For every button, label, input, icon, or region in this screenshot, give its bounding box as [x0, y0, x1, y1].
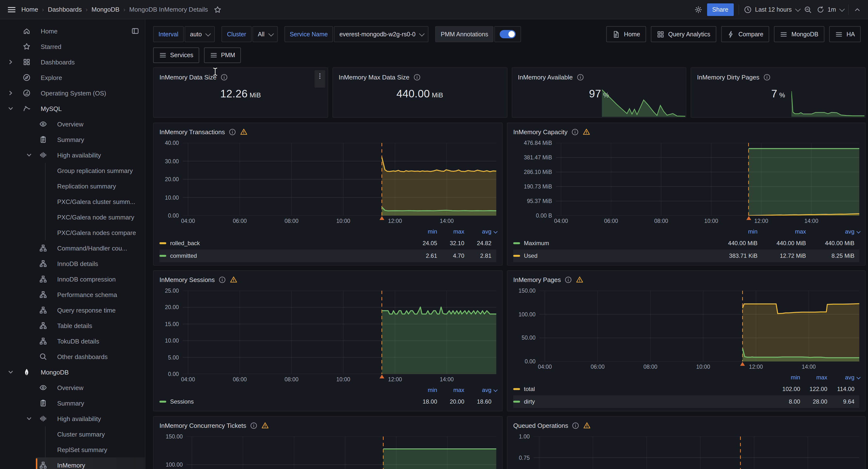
legend-series-toggle[interactable]: Sessions	[159, 398, 410, 405]
chevron-down-icon[interactable]	[5, 105, 17, 112]
sidebar-item-summary[interactable]: Summary	[0, 395, 145, 411]
panel-menu-kebab-icon[interactable]	[314, 70, 325, 88]
sidebar-item-innodb-details[interactable]: InnoDB details	[0, 256, 145, 271]
chart-plot-area[interactable]	[183, 291, 496, 374]
sidebar-item-mongodb[interactable]: MongoDB	[0, 364, 145, 380]
favorite-star-icon[interactable]	[214, 6, 221, 13]
sidebar-item-table-details[interactable]: Table details	[0, 318, 145, 333]
legend-series-toggle[interactable]: Maximum	[513, 240, 709, 247]
sidebar-item-group-replication-summary[interactable]: Group replication summary	[0, 163, 145, 178]
share-button[interactable]: Share	[707, 3, 734, 16]
warning-icon[interactable]	[583, 421, 591, 429]
cluster-select[interactable]: All	[252, 26, 278, 42]
info-icon[interactable]	[571, 128, 579, 135]
interval-select[interactable]: auto	[185, 26, 215, 42]
panel-title[interactable]: InMemory Concurrency Tickets	[159, 422, 246, 429]
link-button-services[interactable]: Services	[153, 48, 199, 63]
info-icon[interactable]	[220, 73, 228, 81]
panel-title[interactable]: Queued Operations	[513, 422, 568, 429]
chart-plot-area[interactable]	[556, 143, 859, 216]
chart-plot-area[interactable]	[183, 143, 496, 216]
legend-sort-max[interactable]: max	[437, 228, 464, 235]
legend-series-toggle[interactable]: total	[513, 386, 773, 393]
panel-title[interactable]: InMemory Available	[518, 73, 572, 81]
info-icon[interactable]	[219, 276, 226, 283]
chart-plot-area[interactable]	[534, 437, 859, 469]
sidebar-item-command-handler-cou[interactable]: Command/Handler cou...	[0, 240, 145, 256]
chevron-down-icon[interactable]	[23, 416, 35, 421]
legend-sort-min[interactable]: min	[773, 374, 800, 381]
sidebar-item-high-availability[interactable]: High availability	[0, 411, 145, 426]
chevron-down-icon[interactable]	[5, 369, 17, 375]
sidebar-item-replication-summary[interactable]: Replication summary	[0, 178, 145, 194]
sidebar-item-performance-schema[interactable]: Performance schema	[0, 287, 145, 302]
legend-sort-max[interactable]: max	[800, 374, 827, 381]
legend-series-toggle[interactable]: rolled_back	[159, 240, 410, 247]
chart-plot-area[interactable]	[539, 291, 859, 362]
pmm-annotations-toggle[interactable]	[495, 26, 521, 42]
sidebar-item-summary[interactable]: Summary	[0, 132, 145, 147]
nav-button-mongodb[interactable]: MongoDB	[774, 26, 824, 42]
info-icon[interactable]	[572, 422, 579, 429]
warning-icon[interactable]	[576, 276, 584, 283]
sidebar-item-tokudb-details[interactable]: TokuDB details	[0, 333, 145, 349]
chevron-right-icon[interactable]	[5, 90, 17, 96]
sidebar-item-innodb-compression[interactable]: InnoDB compression	[0, 271, 145, 287]
sidebar-item-pxc-galera-nodes-compare[interactable]: PXC/Galera nodes compare	[0, 225, 145, 240]
chart-plot-area[interactable]	[187, 437, 496, 469]
link-button-pmm[interactable]: PMM	[204, 48, 241, 63]
legend-series-toggle[interactable]: committed	[159, 252, 410, 259]
sidebar-item-high-availability[interactable]: High availability	[0, 147, 145, 163]
sidebar-item-replset-summary[interactable]: ReplSet summary	[0, 442, 145, 457]
info-icon[interactable]	[413, 73, 421, 81]
nav-button-query-analytics[interactable]: Query Analytics	[651, 26, 716, 42]
panel-title[interactable]: InMemory Transactions	[159, 128, 225, 135]
service-name-select[interactable]: everest-mongodb-w2g-rs0-0	[334, 26, 429, 42]
menu-toggle-icon[interactable]	[7, 5, 17, 14]
legend-sort-min[interactable]: min	[709, 228, 757, 235]
info-icon[interactable]	[565, 276, 572, 283]
sidebar-item-cluster-summary[interactable]: Cluster summary	[0, 426, 145, 442]
collapse-caret-up-icon[interactable]	[854, 6, 861, 13]
time-range-picker[interactable]: Last 12 hours	[744, 6, 799, 13]
warning-icon[interactable]	[261, 421, 269, 429]
info-icon[interactable]	[229, 128, 236, 135]
sidebar-item-mysql[interactable]: MySQL	[0, 101, 145, 116]
sidebar-item-operating-system-os[interactable]: Operating System (OS)	[0, 85, 145, 101]
panel-title[interactable]: InMemory Pages	[513, 276, 561, 283]
info-icon[interactable]	[763, 73, 771, 81]
breadcrumb-item[interactable]: Dashboards	[48, 6, 82, 13]
chevron-down-icon[interactable]	[23, 152, 35, 158]
panel-title[interactable]: InMemory Capacity	[513, 128, 567, 135]
legend-sort-avg[interactable]: avg	[464, 387, 491, 394]
legend-sort-avg[interactable]: avg	[806, 228, 855, 235]
zoom-out-icon[interactable]	[804, 6, 811, 13]
legend-sort-avg[interactable]: avg	[464, 228, 491, 235]
breadcrumb-item[interactable]: Home	[21, 6, 38, 13]
panel-title[interactable]: InMemory Dirty Pages	[697, 73, 760, 81]
legend-series-toggle[interactable]: Used	[513, 252, 709, 259]
legend-sort-min[interactable]: min	[410, 228, 437, 235]
sidebar-item-home[interactable]: Home	[0, 23, 145, 39]
sidebar-item-overview[interactable]: Overview	[0, 116, 145, 132]
breadcrumb-item[interactable]: MongoDB	[92, 6, 120, 13]
panel-title[interactable]: InMemory Max Data Size	[339, 73, 409, 81]
nav-button-ha[interactable]: HA	[829, 26, 861, 42]
sidebar-item-starred[interactable]: Starred	[0, 39, 145, 54]
refresh-icon[interactable]	[816, 6, 824, 13]
legend-series-toggle[interactable]: dirty	[513, 398, 773, 405]
sidebar-item-pxc-galera-node-summary[interactable]: PXC/Galera node summary	[0, 209, 145, 225]
sidebar-item-inmemory[interactable]: InMemory	[0, 457, 145, 469]
nav-button-home[interactable]: Home	[607, 26, 646, 42]
info-icon[interactable]	[250, 422, 257, 429]
chevron-right-icon[interactable]	[5, 59, 17, 65]
warning-icon[interactable]	[230, 276, 238, 283]
sidebar-item-dashboards[interactable]: Dashboards	[0, 54, 145, 70]
sidebar-item-overview[interactable]: Overview	[0, 380, 145, 395]
panel-title[interactable]: InMemory Sessions	[159, 276, 215, 283]
warning-icon[interactable]	[583, 128, 590, 136]
breadcrumb-item[interactable]: MongoDB InMemory Details	[129, 6, 208, 13]
refresh-interval-value[interactable]: 1m	[828, 6, 836, 13]
sidebar-item-query-response-time[interactable]: Query response time	[0, 302, 145, 318]
warning-icon[interactable]	[240, 128, 248, 136]
